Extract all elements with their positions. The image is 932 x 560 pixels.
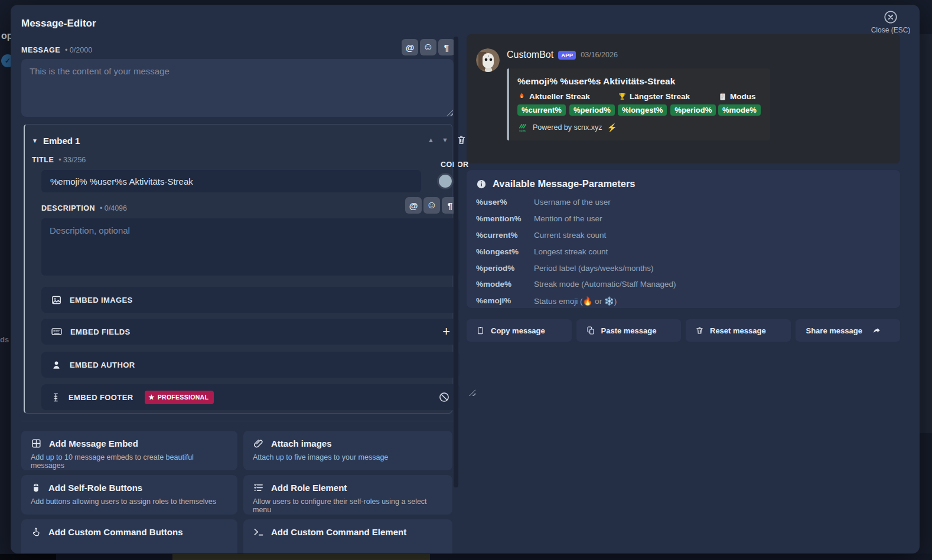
parameter-name: %user% [476, 198, 527, 207]
person-icon [51, 359, 62, 371]
keyboard-icon [51, 326, 63, 338]
share-message-button[interactable]: Share message [796, 319, 901, 342]
clipboard-emoji [718, 92, 727, 101]
background-panel [920, 34, 932, 433]
parameter-description: Period label (days/weeks/months) [534, 264, 654, 273]
trash-icon [695, 326, 704, 335]
scrollbar-thumb[interactable] [454, 37, 458, 487]
embed-color-picker[interactable] [437, 173, 454, 189]
info-icon [476, 179, 487, 189]
parameter-name: %longest% [476, 247, 527, 256]
parameter-row: %period% Period label (days/weeks/months… [476, 260, 891, 276]
pilcrow-icon: ¶ [444, 42, 449, 53]
attach-images-card[interactable]: Attach images Attach up to five images t… [243, 431, 452, 470]
parameter-row: %emoji% Status emoji (🔥 or ❄️) [476, 293, 891, 309]
emoji-picker-button[interactable]: ☺ [420, 39, 436, 55]
divider [21, 421, 454, 421]
at-icon: @ [406, 42, 415, 53]
mention-button[interactable]: @ [402, 39, 418, 55]
card-title: Add Self-Role Buttons [48, 483, 142, 493]
parameter-description: Status emoji (🔥 or ❄️) [534, 296, 617, 306]
card-title: Attach images [271, 438, 332, 448]
add-custom-command-buttons-card[interactable]: Add Custom Command Buttons [21, 519, 237, 554]
embed-title-input[interactable] [41, 170, 421, 192]
card-description: Add up to 10 message embeds to create be… [31, 453, 228, 470]
field-name: Modus [730, 92, 756, 101]
embed-footer-section[interactable]: EMBED FOOTER ★ PROFESSIONAL [41, 384, 460, 410]
parameter-name: %current% [476, 231, 527, 240]
fire-emoji [517, 92, 526, 101]
message-counter: • 0/2000 [65, 46, 92, 54]
embed-collapse-toggle[interactable]: ▼ Embed 1 [32, 136, 80, 146]
formatting-button[interactable]: ¶ [438, 39, 455, 55]
title-label: TITLE [32, 156, 54, 164]
discord-embed-preview: %emoji% %user%s Aktivitäts-Streak Aktuel… [507, 68, 770, 140]
resize-handle[interactable] [469, 389, 475, 396]
pilcrow-icon: ¶ [448, 201, 452, 211]
mention-button[interactable]: @ [405, 197, 422, 214]
copy-message-button[interactable]: Copy message [467, 319, 572, 342]
close-button[interactable]: Close (ESC) [862, 9, 919, 34]
embed-header-title: Embed 1 [43, 136, 80, 146]
parameter-name: %mention% [476, 214, 527, 223]
embed-field: Aktueller Streak %current% %period% [517, 92, 618, 116]
paste-icon [586, 326, 595, 335]
robot-avatar-image [476, 48, 500, 72]
description-counter: • 0/4096 [100, 204, 127, 212]
parameter-description: Streak mode (Automatic/Staff Managed) [534, 280, 676, 289]
smiley-icon: ☺ [423, 41, 433, 53]
card-description: Add buttons allowing users to assign rol… [31, 497, 228, 506]
add-message-embed-card[interactable]: Add Message Embed Add up to 10 message e… [21, 431, 237, 470]
message-toolbar: @ ☺ ¶ [402, 39, 455, 55]
parameter-description: Longest streak count [534, 247, 608, 256]
pointer-icon [31, 526, 41, 538]
image-icon [51, 294, 62, 306]
close-label: Close (ESC) [862, 26, 919, 34]
footer-disabled-button[interactable] [438, 391, 450, 403]
terminal-icon [253, 526, 264, 538]
parameter-pill: %longest% [618, 104, 667, 116]
background-strip [0, 554, 932, 560]
parameter-row: %user% Username of the user [476, 194, 891, 211]
embed-images-section[interactable]: EMBED IMAGES [41, 287, 460, 313]
embed-footer-text: Powered by scnx.xyz [533, 123, 602, 132]
add-field-button[interactable]: + [442, 325, 450, 338]
embed-author-section[interactable]: EMBED AUTHOR [41, 352, 460, 378]
description-toolbar: @ ☺ ¶ [405, 197, 458, 214]
clipboard-icon [476, 326, 485, 335]
card-title: Add Custom Command Buttons [48, 527, 183, 537]
embed-fields-section[interactable]: EMBED FIELDS + [41, 319, 460, 345]
screen: op ✓ ds Message-Editor Close (ESC) MESSA… [0, 0, 932, 560]
move-embed-up-button[interactable]: ▲ [428, 136, 434, 143]
embed-description-input[interactable] [41, 218, 460, 276]
footer-icon [51, 392, 61, 403]
parameter-name: %emoji% [476, 296, 527, 305]
page-title: Message-Editor [21, 18, 96, 30]
message-content-input[interactable] [21, 59, 454, 117]
chevron-down-icon: ▼ [32, 137, 38, 144]
add-custom-command-element-card[interactable]: Add Custom Command Element [243, 519, 452, 554]
move-embed-down-button[interactable]: ▼ [442, 136, 448, 143]
paste-message-button[interactable]: Paste message [576, 319, 682, 342]
add-self-role-buttons-card[interactable]: Add Self-Role Buttons Add buttons allowi… [21, 475, 237, 515]
embed-field: Längster Streak %longest% %period% [618, 92, 718, 116]
embed-preview-title: %emoji% %user%s Aktivitäts-Streak [517, 76, 761, 87]
button-label: Reset message [710, 326, 766, 335]
button-label: Share message [806, 326, 862, 335]
add-role-element-card[interactable]: Add Role Element Allow users to configur… [243, 475, 452, 515]
message-parameters-panel: Available Message-Parameters %user% User… [467, 170, 900, 308]
parameter-description: Current streak count [534, 231, 606, 240]
emoji-picker-button[interactable]: ☺ [423, 197, 440, 214]
smiley-icon: ☺ [426, 199, 436, 211]
background-text-fragment: ds [0, 335, 9, 344]
embed-field: Modus %mode% [718, 92, 761, 116]
close-icon [883, 9, 898, 25]
section-label: EMBED FOOTER [69, 393, 133, 402]
parameter-description: Username of the user [534, 198, 611, 207]
parameter-name: %period% [476, 264, 527, 273]
reset-message-button[interactable]: Reset message [686, 319, 791, 342]
message-actions: Copy message Paste message Reset message… [467, 319, 900, 342]
parameter-row: %mention% Mention of the user [476, 211, 891, 227]
parameter-row: %longest% Longest streak count [476, 243, 891, 260]
professional-badge: ★ PROFESSIONAL [145, 391, 214, 404]
